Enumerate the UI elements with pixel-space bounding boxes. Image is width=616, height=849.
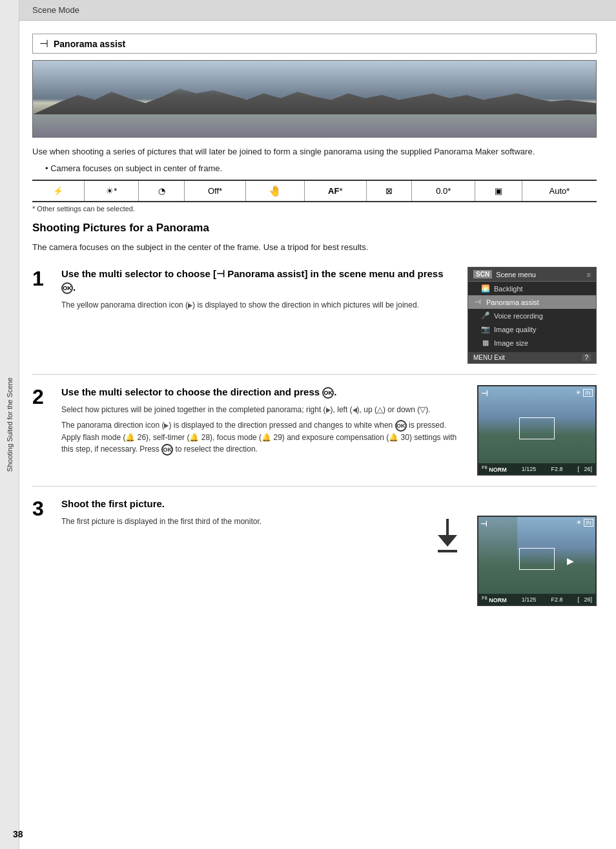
- vf-icons-right-3: ☀ IN: [576, 519, 593, 526]
- vf-aperture-3: F2.8: [551, 596, 562, 603]
- step-1-number: 1: [32, 267, 61, 364]
- setting-vr: 🤚: [246, 180, 305, 202]
- setting-off: Off*: [184, 180, 245, 202]
- vf-icon-left-2: ⊣: [481, 389, 488, 398]
- setting-metering: ▣: [475, 180, 522, 202]
- step-2-instruction: Use the multi selector to choose the dir…: [61, 385, 467, 399]
- voice-icon: 🎤: [481, 311, 490, 320]
- vf-mode-3: F8 NORM: [482, 595, 507, 603]
- section-title-row: ⊣ Panorama assist: [32, 34, 597, 54]
- step-1: 1 Use the multi selector to choose [⊣ Pa…: [32, 267, 597, 375]
- content-area: ⊣ Panorama assist Use when shooting a se…: [19, 21, 616, 849]
- menu-item-voice: 🎤 Voice recording: [468, 309, 596, 322]
- step-2-text-col: Use the multi selector to choose the dir…: [61, 385, 467, 476]
- vf-speed-2: 1/125: [522, 466, 537, 472]
- menu-title: Scene menu: [496, 271, 536, 278]
- section-title: Panorama assist: [54, 39, 125, 49]
- download-arrow-icon: [431, 516, 464, 554]
- setting-comp: 0.0*: [412, 180, 475, 202]
- section-bullet: • Camera focuses on subject in center of…: [45, 163, 597, 173]
- setting-light: ☀*: [85, 180, 139, 202]
- viewfinder-frame-2: [519, 417, 554, 439]
- menu-help-icon: ?: [582, 354, 591, 361]
- step-3-content: The first picture is displayed in the fi…: [61, 516, 597, 606]
- viewfinder-bottom-2: F8 NORM 1/125 F2.8 [ 26]: [478, 463, 595, 474]
- ok-ref-2: OK: [395, 420, 407, 432]
- vf-shots-2: [ 26]: [577, 466, 592, 472]
- step-3-instruction: Shoot the first picture.: [61, 497, 597, 510]
- step-3-body: Shoot the first picture. The first pictu…: [61, 497, 597, 606]
- section-description: Use when shooting a series of pictures t…: [32, 145, 597, 158]
- step-2-number: 2: [32, 385, 61, 476]
- camera-screen-2: ⊣ ☀ IN F8 NORM 1/125 F2.8 [ 26]: [477, 385, 597, 476]
- viewfinder-bg-3: ⊣ ☀ IN ▶ F8 NORM 1/125 F2.8: [478, 517, 595, 605]
- viewfinder-icons-top-2: ⊣ ☀ IN: [481, 389, 593, 398]
- page-number: 38: [13, 829, 23, 839]
- settings-note: * Other settings can be selected.: [32, 205, 597, 213]
- step-1-content-row: Use the multi selector to choose [⊣ Pano…: [61, 267, 597, 364]
- step-3-detail: The first picture is displayed in the fi…: [61, 516, 418, 527]
- panorama-menu-icon: ⊣: [473, 298, 482, 306]
- menu-item-size-label: Image size: [494, 339, 528, 347]
- menu-item-quality-label: Image quality: [494, 326, 536, 333]
- ok-button-2: OK: [322, 387, 334, 399]
- step-2-detail2: The panorama direction icon () is displa…: [61, 419, 467, 456]
- water: [33, 114, 596, 137]
- header-title: Scene Mode: [32, 5, 79, 15]
- vf-top-3: ⊣ ☀ IN: [480, 519, 593, 529]
- vf-mode-2: F8 NORM: [482, 465, 507, 473]
- menu-footer: MENU Exit ?: [468, 352, 596, 363]
- first-third-bg: [478, 517, 517, 605]
- step-2-detail1: Select how pictures will be joined toget…: [61, 404, 467, 415]
- menu-item-voice-label: Voice recording: [494, 312, 543, 320]
- setting-flash: ⚡: [32, 180, 85, 202]
- step-3-text-col: The first picture is displayed in the fi…: [61, 516, 418, 531]
- vf-icon-left-3: ⊣: [480, 519, 487, 529]
- viewfinder-bottom-3: F8 NORM 1/125 F2.8 [ 26]: [478, 594, 595, 605]
- arrow-container: [428, 516, 467, 554]
- vf-frame-3: [519, 548, 554, 570]
- viewfinder-bg-2: ⊣ ☀ IN F8 NORM 1/125 F2.8 [ 26]: [478, 386, 595, 474]
- menu-item-quality: 📷 Image quality: [468, 322, 596, 336]
- intro-text: The camera focuses on the subject in the…: [32, 241, 597, 255]
- menu-item-size: ▦ Image size: [468, 336, 596, 350]
- vf-shots-3: [ 26]: [577, 596, 592, 603]
- panorama-image-inner: [33, 61, 596, 137]
- size-icon: ▦: [481, 339, 490, 347]
- quality-icon: 📷: [481, 325, 490, 333]
- panorama-icon: ⊣: [39, 37, 48, 50]
- step-3: 3 Shoot the first picture. The first pic…: [32, 497, 597, 616]
- shooting-heading: Shooting Pictures for a Panorama: [32, 222, 597, 236]
- menu-header: SCN Scene menu ≡: [468, 267, 596, 282]
- header-bar: Scene Mode: [19, 0, 616, 21]
- step-1-text-col: Use the multi selector to choose [⊣ Pano…: [61, 267, 457, 364]
- svg-marker-1: [438, 535, 457, 547]
- menu-item-panorama: ⊣ Panorama assist: [468, 295, 596, 309]
- setting-iso: Auto*: [522, 180, 597, 202]
- main-content: Scene Mode ⊣ Panorama assist Use when sh…: [19, 0, 616, 849]
- skyline: [33, 82, 596, 114]
- setting-timer: ◔: [139, 180, 185, 202]
- step-1-detail: The yellow panorama direction icon () is…: [61, 299, 457, 311]
- sidebar: Shooting Suited for the Scene: [0, 0, 19, 849]
- step-1-instruction: Use the multi selector to choose [⊣ Pano…: [61, 267, 457, 294]
- menu-scroll-icon: ≡: [587, 271, 591, 278]
- step-2-body: Use the multi selector to choose the dir…: [61, 385, 597, 476]
- settings-table: ⚡ ☀* ◔ Off* 🤚 AF* ⊠ 0.0* ▣ Auto*: [32, 180, 597, 202]
- ok-ref-3: OK: [161, 444, 173, 456]
- backlight-icon: 🌅: [481, 284, 490, 293]
- menu-exit-label: MENU Exit: [473, 354, 505, 361]
- camera-screen-3: ⊣ ☀ IN ▶ F8 NORM 1/125 F2.8: [477, 516, 597, 606]
- vf-speed-3: 1/125: [522, 596, 537, 603]
- panorama-image: [32, 60, 597, 138]
- vf-direction-arrow: ▶: [567, 556, 574, 566]
- step-2: 2 Use the multi selector to choose the d…: [32, 385, 597, 487]
- menu-item-backlight-label: Backlight: [494, 285, 523, 293]
- vf-aperture-2: F2.8: [551, 466, 562, 472]
- setting-af: AF*: [304, 180, 366, 202]
- setting-exp: ⊠: [366, 180, 412, 202]
- page: Shooting Suited for the Scene Scene Mode…: [0, 0, 616, 849]
- ok-button-1: OK: [61, 282, 73, 294]
- menu-screen: SCN Scene menu ≡ 🌅 Backlight ⊣ Panorama …: [467, 267, 597, 364]
- menu-item-backlight: 🌅 Backlight: [468, 282, 596, 295]
